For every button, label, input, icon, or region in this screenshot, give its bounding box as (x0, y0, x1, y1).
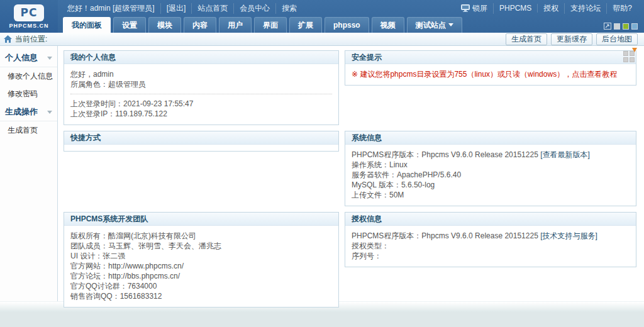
collapse-icon (47, 111, 52, 114)
profile-last-login-ip: 上次登录IP：119.189.75.122 (70, 109, 332, 119)
quick-actions: 生成首页 更新缓存 后台地图 (506, 33, 638, 45)
tab-modules[interactable]: 模块 (148, 17, 181, 33)
team-members: 团队成员：马玉辉、张明雪、李天会、潘兆志 (70, 241, 332, 251)
team-qq-group: 官方QQ讨论群：7634000 (70, 282, 332, 291)
panel-license-title: 授权信息 (345, 213, 636, 226)
search-link[interactable]: 搜索 (276, 3, 303, 14)
phpcms-link[interactable]: PHPCMS (494, 4, 538, 13)
member-center-link[interactable]: 会员中心 (234, 3, 276, 14)
panel-profile: 我的个人信息 您好，admin 所属角色：超级管理员 上次登录时间：2021-0… (64, 50, 339, 125)
tab-interface[interactable]: 界面 (254, 17, 287, 33)
team-sales-qq: 销售咨询QQ：1561683312 (70, 292, 332, 301)
security-notice: ※ 建议您将phpcms目录设置为755（linux）或只读（windows）， (352, 70, 572, 79)
lock-screen-link[interactable]: 锁屏 (455, 3, 494, 14)
tab-users[interactable]: 用户 (219, 17, 252, 33)
theme-gray-swatch[interactable] (614, 23, 620, 30)
panel-license: 授权信息 PHPCMS程序版本：Phpcms V9.6.0 Release 20… (345, 212, 636, 267)
user-greeting: 您好！admin [超级管理员] (62, 3, 161, 14)
generate-home-button[interactable]: 生成首页 (506, 33, 547, 45)
panel-dev-team: PHPCMS系统开发团队 版权所有：酷溜网(北京)科技有限公司 团队成员：马玉辉… (64, 212, 339, 308)
team-forum: 官方论坛：http://bbs.phpcms.cn/ (70, 272, 332, 281)
theme-green-swatch[interactable] (623, 23, 629, 30)
team-website: 官方网站：http://www.phpcms.cn/ (70, 262, 332, 271)
quick-bar: 锁屏 PHPCMS 授权 支持论坛 帮助? (455, 3, 638, 14)
system-version: PHPCMS程序版本：Phpcms V9.6.0 Release 2015122… (352, 150, 540, 159)
sidebar: 个人信息 修改个人信息 修改密码 生成操作 生成首页 (0, 46, 58, 301)
check-latest-version-link[interactable]: [查看最新版本] (540, 150, 590, 159)
breadcrumb-label: 当前位置: (15, 34, 47, 45)
profile-last-login-time: 上次登录时间：2021-09-23 17:55:47 (70, 99, 332, 109)
panel-system-info: 系统信息 PHPCMS程序版本：Phpcms V9.6.0 Release 20… (345, 131, 636, 206)
shortcuts-empty (64, 145, 338, 151)
theme-switcher (604, 23, 638, 30)
admin-map-button[interactable]: 后台地图 (596, 33, 638, 45)
main-nav: 我的面板 设置 模块 内容 用户 界面 扩展 phpsso 视频 测试站点 (58, 16, 644, 33)
system-server: 服务器软件：ApachePHP/5.6.40 (352, 170, 630, 180)
user-bar: 您好！admin [超级管理员] [退出] 站点首页 会员中心 搜索 (62, 3, 303, 14)
help-link[interactable]: 帮助? (607, 3, 638, 14)
sidebar-section-generate[interactable]: 生成操作 (0, 103, 57, 121)
breadcrumb-bar: 当前位置: 生成首页 更新缓存 后台地图 (0, 33, 644, 46)
tab-test-site[interactable]: 测试站点 (407, 17, 462, 33)
team-ui-design: UI 设计：张二强 (70, 252, 332, 261)
panel-dev-team-title: PHPCMS系统开发团队 (64, 213, 338, 226)
profile-greeting: 您好，admin (70, 70, 332, 79)
logout-link[interactable]: [退出] (161, 3, 192, 14)
site-home-link[interactable]: 站点首页 (192, 3, 234, 14)
panel-security: 安全提示 ※ 建议您将phpcms目录设置为755（linux）或只读（wind… (345, 50, 636, 86)
chevron-down-icon (448, 23, 453, 26)
breadcrumb: 当前位置: (4, 34, 47, 45)
system-upload: 上传文件：50M (352, 191, 630, 200)
dashboard: 我的个人信息 您好，admin 所属角色：超级管理员 上次登录时间：2021-0… (58, 46, 644, 301)
tab-my-panel[interactable]: 我的面板 (63, 17, 111, 33)
widgets-icon[interactable] (623, 50, 636, 62)
profile-role: 所属角色：超级管理员 (70, 80, 332, 89)
sidebar-item-generate-home[interactable]: 生成首页 (0, 121, 57, 139)
panel-system-info-title: 系统信息 (345, 131, 636, 145)
divider (70, 94, 332, 94)
theme-blue-swatch[interactable] (631, 23, 638, 30)
panel-profile-title: 我的个人信息 (64, 51, 338, 64)
tab-extensions[interactable]: 扩展 (289, 17, 322, 33)
monitor-icon (461, 4, 470, 12)
license-serial: 序列号： (352, 252, 630, 261)
license-type: 授权类型： (352, 241, 630, 251)
license-link[interactable]: 授权 (538, 3, 565, 14)
support-forum-link[interactable]: 支持论坛 (565, 3, 607, 14)
panel-security-title: 安全提示 (345, 51, 636, 64)
license-version: PHPCMS程序版本：Phpcms V9.6.0 Release 2015122… (352, 231, 540, 240)
sidebar-item-change-password[interactable]: 修改密码 (0, 85, 57, 103)
sidebar-section-personal-info[interactable]: 个人信息 (0, 48, 57, 67)
tab-settings[interactable]: 设置 (113, 17, 146, 33)
tech-support-link[interactable]: [技术支持与服务] (540, 231, 597, 240)
panel-shortcuts: 快捷方式 (64, 131, 339, 152)
system-mysql: MySQL 版本：5.6.50-log (352, 180, 630, 190)
phpcms-admin-dashboard: PC PHPCMS.CN 您好！admin [超级管理员] [退出] 站点首页 … (0, 0, 644, 327)
system-os: 操作系统：Linux (352, 160, 630, 170)
logo-text: PHPCMS.CN (9, 23, 48, 29)
team-copyright: 版权所有：酷溜网(北京)科技有限公司 (70, 231, 332, 241)
header: PC PHPCMS.CN 您好！admin [超级管理员] [退出] 站点首页 … (0, 0, 644, 33)
tab-phpsso[interactable]: phpsso (325, 17, 369, 33)
logo-monogram: PC (14, 4, 44, 21)
tab-video[interactable]: 视频 (372, 17, 404, 33)
sidebar-item-edit-profile[interactable]: 修改个人信息 (0, 67, 57, 85)
phpcms-logo[interactable]: PC PHPCMS.CN (0, 0, 58, 33)
restore-window-icon[interactable] (604, 23, 611, 30)
collapse-icon (47, 57, 52, 60)
update-cache-button[interactable]: 更新缓存 (551, 33, 592, 45)
home-icon[interactable] (4, 35, 12, 43)
security-tutorial-link[interactable]: 点击查看教程 (572, 70, 617, 79)
panel-shortcuts-title: 快捷方式 (64, 131, 338, 145)
tab-content[interactable]: 内容 (184, 17, 216, 33)
